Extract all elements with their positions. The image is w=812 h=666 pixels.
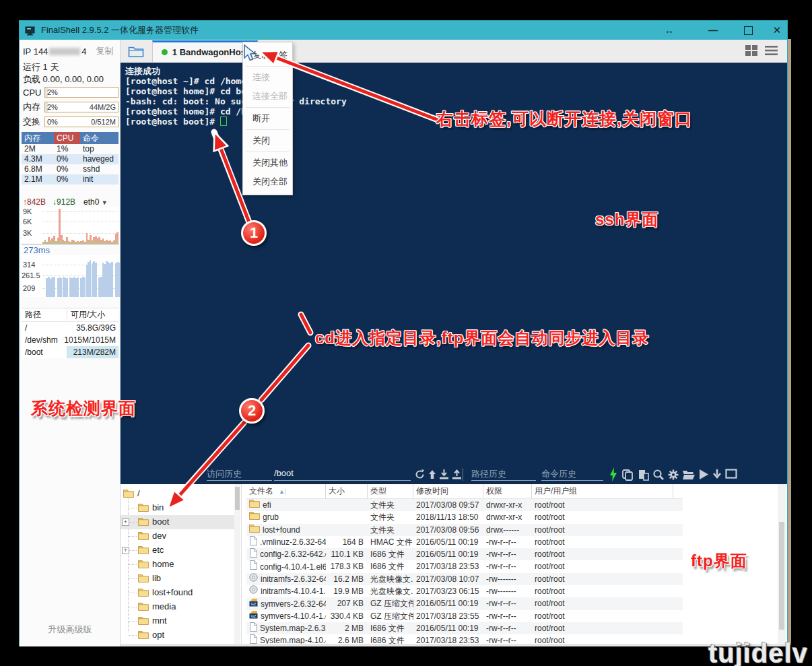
- folder-icon: [138, 531, 149, 542]
- file-col-header[interactable]: 修改时间: [413, 484, 483, 498]
- net-tick-6k: 6K: [23, 218, 32, 226]
- file-col-header[interactable]: 文件名▲: [246, 484, 326, 498]
- window-title: FinalShell 2.9.5.2 一体化服务器管理软件: [41, 24, 199, 36]
- file-row[interactable]: .vmlinuz-2.6.32-642.el...164 BHMAC 文件201…: [246, 536, 683, 548]
- menu-separator: [246, 66, 290, 67]
- visit-history-input[interactable]: 访问历史: [207, 468, 272, 481]
- file-table-header[interactable]: 文件名▲大小类型修改时间权限用户/用户组: [246, 484, 683, 499]
- menu-item-close[interactable]: 关闭: [243, 131, 292, 150]
- file-row[interactable]: System.map-4.10.4-1...2.6 MBI686 文件2017/…: [246, 634, 683, 644]
- menu-separator: [246, 129, 290, 130]
- copy-icon[interactable]: [621, 469, 634, 484]
- annotation-ssh: ssh界面: [595, 209, 658, 230]
- process-table-header: 内存 CPU 命令: [22, 132, 119, 144]
- menu-icon[interactable]: [765, 45, 778, 56]
- disk-row: /dev/shm1015M/1015M: [22, 334, 119, 346]
- menu-item-close-others[interactable]: 关闭其他: [243, 154, 292, 172]
- tree-item-opt[interactable]: opt: [121, 628, 235, 642]
- file-table-body: efi文件夹2017/03/08 09:57drwxr-xr-xroot/roo…: [246, 499, 683, 644]
- paste-icon[interactable]: [638, 469, 650, 484]
- file-row[interactable]: config-4.10.4-1.el6.elr...178.3 KBI686 文…: [246, 560, 683, 572]
- tree-item-home[interactable]: home: [121, 558, 235, 572]
- system-monitor-sidebar: IP 144 4 复制 运行 1 天 负载 0.00, 0.00, 0.00 C…: [20, 40, 121, 646]
- open-connections-button[interactable]: [126, 43, 146, 59]
- close-button[interactable]: ✕: [766, 21, 788, 40]
- file-col-header[interactable]: 类型: [368, 484, 413, 498]
- file-row[interactable]: grub文件夹2018/11/13 18:50drwxr-xr-xroot/ro…: [246, 511, 683, 523]
- resize-icon[interactable]: ↔: [659, 21, 679, 40]
- grid-layout-icon[interactable]: [745, 45, 758, 56]
- copy-ip-link[interactable]: 复制: [96, 45, 114, 57]
- network-header: ↑ 842B ↓ 912B eth0 ▼: [23, 197, 119, 207]
- file-row[interactable]: GZsymvers-4.10.4-1.el6....330.4 KBGZ 压缩文…: [246, 610, 683, 622]
- net-chart-bars: [42, 207, 119, 244]
- down-arrow-icon[interactable]: [712, 469, 722, 483]
- tree-expander-icon[interactable]: +: [122, 547, 129, 554]
- tab-context-menu: 复制标签连接连接全部断开关闭关闭其他关闭全部: [242, 42, 293, 195]
- search-icon[interactable]: [652, 469, 665, 484]
- play-icon[interactable]: [698, 469, 709, 483]
- annotation-cd-tip: cd进入指定目录,ftp界面会自动同步进入目录: [315, 327, 649, 349]
- file-icon: [249, 634, 257, 644]
- folder-icon: [249, 511, 260, 523]
- command-history-input[interactable]: 命令历史: [541, 468, 603, 481]
- file-row[interactable]: initramfs-2.6.32-642.e...16.2 MB光盘映像文...…: [246, 573, 683, 585]
- file-row[interactable]: efi文件夹2017/03/08 09:57drwxr-xr-xroot/roo…: [246, 499, 683, 511]
- tree-item-dev[interactable]: dev: [121, 529, 235, 543]
- tree-item-boot[interactable]: +boot: [121, 515, 235, 529]
- menu-item-close-all[interactable]: 关闭全部: [243, 172, 292, 191]
- tree-expander-icon[interactable]: +: [122, 519, 129, 526]
- path-history-input[interactable]: 路径历史: [471, 468, 536, 481]
- tree-item-etc[interactable]: +etc: [121, 543, 235, 558]
- open-folder-icon[interactable]: [682, 469, 696, 483]
- terminal-line: [root@host ~]# cd /home: [121, 76, 787, 86]
- current-path-input[interactable]: /boot: [274, 468, 411, 481]
- file-row[interactable]: GZsymvers-2.6.32-642.el...207 KBGZ 压缩文件2…: [246, 597, 683, 609]
- disc-image-icon: [249, 573, 258, 585]
- lightning-icon[interactable]: [609, 467, 617, 484]
- terminal-line: [root@host home]# cd boot: [121, 86, 787, 96]
- tree-item-mnt[interactable]: mnt: [121, 614, 235, 628]
- folder-icon: [138, 574, 149, 585]
- tree-item-bin[interactable]: bin: [121, 501, 235, 515]
- folder-icon: [138, 545, 149, 556]
- tree-scrollbar[interactable]: [234, 484, 240, 644]
- tree-item-label: media: [152, 601, 176, 611]
- refresh-icon[interactable]: [414, 469, 426, 483]
- download-icon[interactable]: [438, 469, 450, 483]
- process-table-body: 2M1%top4.3M0%haveged6.8M0%sshd2.1M0%init: [22, 144, 119, 185]
- parent-dir-icon[interactable]: [428, 469, 437, 483]
- minimize-button[interactable]: —: [700, 21, 726, 40]
- window-icon[interactable]: [725, 469, 737, 482]
- app-icon: [25, 26, 36, 35]
- open-folder-icon: [128, 45, 144, 58]
- interface-selector[interactable]: eth0 ▼: [83, 197, 108, 207]
- file-table-scrollbar[interactable]: [778, 484, 786, 644]
- file-col-header[interactable]: 用户/用户组: [532, 484, 673, 498]
- title-bar[interactable]: FinalShell 2.9.5.2 一体化服务器管理软件 ↔ — ✕: [20, 21, 787, 40]
- file-col-header[interactable]: 权限: [483, 484, 532, 498]
- tree-item-lost+found[interactable]: lost+found: [121, 586, 235, 600]
- menu-item-disconnect[interactable]: 断开: [243, 109, 292, 128]
- upgrade-link[interactable]: 升级高级版: [20, 624, 121, 636]
- tree-item-media[interactable]: media: [121, 600, 235, 614]
- ip-suffix: 4: [81, 46, 86, 57]
- tree-item-label: mnt: [152, 615, 167, 626]
- file-row[interactable]: config-2.6.32-642.el6....110.1 KBI686 文件…: [246, 548, 683, 560]
- folder-icon: [138, 630, 149, 641]
- file-row[interactable]: System.map-2.6.32-6...2 MBI686 文件2016/05…: [246, 622, 683, 634]
- ping-tick-261: 261.5: [22, 271, 40, 279]
- process-row: 2M1%top: [22, 144, 119, 154]
- upload-icon[interactable]: [451, 469, 463, 483]
- file-row[interactable]: initramfs-4.10.4-1.el6....19.9 MB光盘映像文..…: [246, 585, 683, 597]
- process-table: 内存 CPU 命令 2M1%top4.3M0%haveged6.8M0%sshd…: [22, 132, 119, 185]
- gear-icon[interactable]: [667, 469, 679, 484]
- disk-table-body: /35.8G/39G/dev/shm1015M/1015M/boot213M/2…: [22, 322, 119, 358]
- disk-row: /boot213M/282M: [22, 346, 119, 358]
- file-row[interactable]: lost+found文件夹2017/03/08 09:56drwx------r…: [246, 524, 683, 536]
- maximize-button[interactable]: [735, 21, 762, 40]
- terminal-line: -bash: cd: boot: No such file or directo…: [121, 96, 787, 106]
- tree-item-lib[interactable]: lib: [121, 572, 235, 586]
- tree-item-[interactable]: /: [121, 487, 235, 501]
- file-col-header[interactable]: 大小: [326, 484, 368, 498]
